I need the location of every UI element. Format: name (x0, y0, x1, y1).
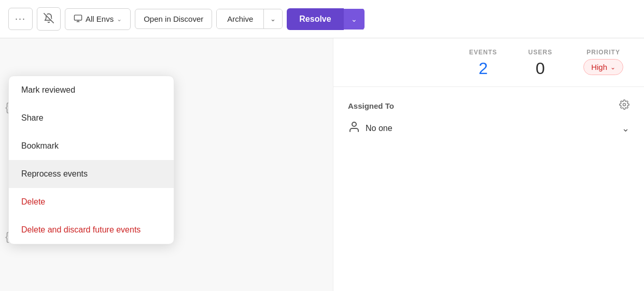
all-envs-button[interactable]: All Envs ⌄ (65, 8, 131, 30)
open-discover-button[interactable]: Open in Discover (135, 9, 212, 29)
toolbar: ··· All Envs (0, 0, 644, 38)
assignee-name: No one (366, 124, 393, 133)
users-value: 0 (536, 59, 545, 78)
center-area: { } { } Mark reviewed Share Bookmark Rep… (0, 38, 333, 291)
menu-item-delete[interactable]: Delete (9, 188, 174, 216)
archive-chevron-button[interactable]: ⌄ (264, 10, 282, 28)
more-button[interactable]: ··· (8, 8, 33, 30)
menu-item-reprocess[interactable]: Reprocess events (9, 160, 174, 188)
assigned-to-title: Assigned To (348, 101, 394, 110)
events-label: EVENTS (469, 49, 497, 56)
content-row: { } { } Mark reviewed Share Bookmark Rep… (0, 38, 644, 291)
resolve-button[interactable]: Resolve (287, 8, 343, 30)
envs-label: All Envs (86, 14, 114, 23)
svg-line-0 (44, 13, 53, 23)
assignee-row[interactable]: No one ⌄ (348, 121, 629, 136)
envs-icon (74, 14, 82, 24)
svg-point-5 (352, 122, 356, 126)
users-label: USERS (528, 49, 552, 56)
svg-point-4 (623, 104, 626, 106)
resolve-chevron-icon: ⌄ (351, 15, 357, 23)
stats-header-row: EVENTS 2 USERS 0 PRIORITY High ⌄ (333, 38, 644, 87)
priority-stat: PRIORITY High ⌄ (583, 49, 623, 78)
person-icon (348, 121, 360, 136)
assigned-to-header: Assigned To (348, 99, 629, 112)
right-detail: Assigned To (333, 87, 644, 149)
archive-chevron-icon: ⌄ (270, 15, 276, 23)
priority-label: PRIORITY (586, 49, 620, 56)
svg-rect-1 (74, 15, 81, 20)
priority-value: High (591, 63, 607, 71)
envs-chevron-icon: ⌄ (117, 16, 122, 23)
right-panel: EVENTS 2 USERS 0 PRIORITY High ⌄ (333, 38, 644, 291)
bell-button[interactable] (37, 7, 61, 31)
menu-item-share[interactable]: Share (9, 104, 174, 132)
assignee-info: No one (348, 121, 393, 136)
page-layout: ··· All Envs (0, 0, 644, 291)
menu-item-delete-discard[interactable]: Delete and discard future events (9, 216, 174, 244)
resolve-group: Resolve ⌄ (287, 8, 364, 30)
menu-item-bookmark[interactable]: Bookmark (9, 132, 174, 160)
dropdown-menu: Mark reviewed Share Bookmark Reprocess e… (8, 76, 174, 244)
priority-badge-button[interactable]: High ⌄ (583, 59, 623, 75)
bell-icon (44, 13, 54, 25)
assignee-chevron-icon: ⌄ (622, 123, 629, 134)
events-value: 2 (479, 59, 488, 78)
gear-icon[interactable] (619, 99, 629, 112)
users-stat: USERS 0 (528, 49, 552, 78)
archive-group: Archive ⌄ (216, 9, 283, 29)
resolve-chevron-button[interactable]: ⌄ (344, 9, 365, 30)
archive-button[interactable]: Archive (217, 9, 264, 28)
priority-chevron-icon: ⌄ (610, 64, 615, 71)
events-stat: EVENTS 2 (469, 49, 497, 78)
menu-item-mark-reviewed[interactable]: Mark reviewed (9, 76, 174, 104)
